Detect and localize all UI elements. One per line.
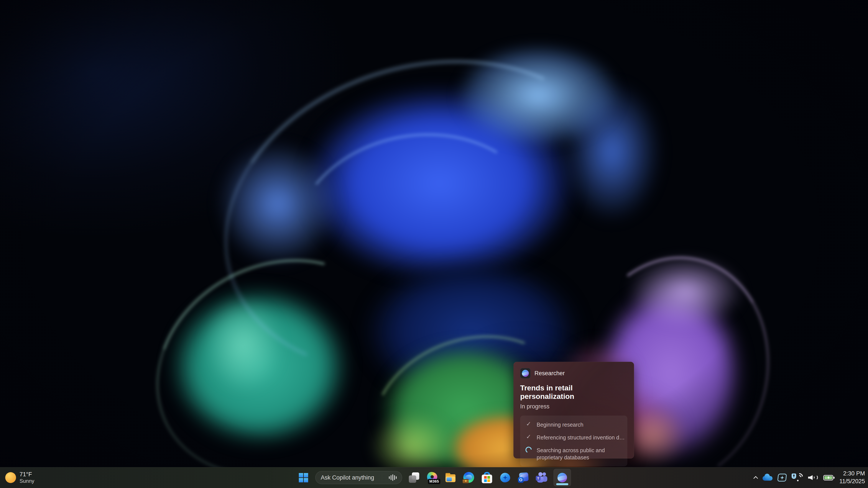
researcher-app-button-active[interactable] [554, 469, 571, 486]
taskbar-center-icons: Ask Copilot anything M365 [297, 467, 571, 488]
researcher-logo-icon [522, 370, 529, 377]
studio-effects-tray-button[interactable] [778, 474, 786, 482]
progress-steps-card: ✓ Beginning research ✓ Referencing struc… [520, 416, 627, 466]
network-tray-button[interactable] [792, 473, 803, 482]
notification-header: Researcher [520, 368, 627, 379]
clock-date: 11/5/2025 [839, 478, 865, 485]
copilot-icon [500, 473, 510, 483]
wifi-secure-icon [792, 473, 803, 482]
search-placeholder-text: Ask Copilot anything [321, 474, 374, 481]
notification-app-name: Researcher [534, 370, 565, 377]
weather-text: 71°F Sunny [20, 471, 34, 484]
ms-logo-square-blue [484, 479, 487, 482]
check-icon: ✓ [525, 421, 532, 427]
onedrive-tray-button[interactable] [763, 474, 773, 481]
ms-logo-square-green [487, 476, 490, 479]
sunny-weather-icon [5, 472, 16, 483]
ms-logo-square-red [484, 476, 487, 479]
progress-step-done: ✓ Referencing structured invention d… [525, 433, 623, 441]
weather-condition: Sunny [20, 478, 34, 484]
m365-copilot-app-button[interactable]: M365 [426, 471, 439, 484]
desktop-wallpaper [0, 0, 868, 488]
voice-input-icon[interactable] [389, 474, 397, 481]
progress-step-active: Searching across public and proprietary … [525, 446, 623, 461]
file-explorer-icon [445, 472, 456, 483]
check-icon: ✓ [525, 433, 532, 440]
microsoft-store-button[interactable] [480, 471, 493, 484]
volume-tray-button[interactable] [808, 474, 818, 482]
teams-letter-badge: T [536, 476, 540, 481]
researcher-app-icon [520, 368, 531, 379]
task-view-button[interactable] [408, 471, 420, 484]
store-bag [482, 475, 492, 483]
spinner-icon [525, 446, 532, 453]
progress-step-done: ✓ Beginning research [525, 421, 623, 428]
outlook-icon: O [518, 472, 529, 483]
copilot-search-box[interactable]: Ask Copilot anything [315, 471, 402, 484]
weather-widget[interactable]: 71°F Sunny [5, 467, 34, 488]
notification-title: Trends in retail personalization [520, 384, 627, 400]
researcher-logo-icon [557, 473, 567, 482]
voice-bar [394, 475, 395, 480]
voice-bar [396, 476, 397, 479]
onedrive-cloud-icon [763, 474, 773, 481]
microsoft-store-icon [482, 472, 492, 483]
windows-logo-pane [299, 473, 303, 477]
battery-tray-button[interactable] [823, 475, 833, 480]
security-shield-icon [792, 474, 796, 479]
copilot-app-button[interactable] [499, 471, 512, 484]
file-explorer-button[interactable] [444, 471, 457, 484]
edge-briefcase-clasp [465, 480, 467, 482]
researcher-notification[interactable]: Researcher Trends in retail personalizat… [514, 362, 634, 458]
teams-icon: T [536, 472, 548, 483]
edge-browser-button[interactable] [462, 471, 475, 484]
weather-temperature: 71°F [20, 471, 34, 478]
clock-time: 2:30 PM [843, 470, 865, 478]
outlook-button[interactable]: O [517, 471, 530, 484]
taskbar-clock[interactable]: 2:30 PM 11/5/2025 [839, 470, 865, 485]
wifi-dot [797, 480, 799, 481]
windows-logo-pane [299, 478, 303, 482]
volume-wave [811, 476, 815, 479]
voice-bar [391, 475, 392, 480]
m365-badge: M365 [428, 479, 440, 484]
step-label: Searching across public and proprietary … [537, 446, 617, 461]
battery-charging-icon [823, 475, 833, 480]
active-app-indicator [556, 483, 568, 485]
folder-pocket [446, 477, 452, 481]
edge-icon [463, 472, 474, 483]
show-hidden-icons-button[interactable] [754, 475, 757, 480]
step-label: Referencing structured invention d… [537, 433, 625, 441]
step-label: Beginning research [537, 421, 583, 428]
windows-logo-icon [299, 473, 308, 482]
windows-logo-pane [304, 473, 308, 477]
volume-icon [808, 474, 818, 482]
ms-logo-square-yellow [487, 479, 490, 482]
outlook-letter-badge: O [518, 477, 524, 483]
task-view-front-square [409, 476, 416, 483]
teams-person-back-head [542, 473, 546, 476]
system-tray: 2:30 PM 11/5/2025 [754, 467, 865, 488]
notification-status: In progress [520, 403, 627, 410]
voice-bar [389, 476, 390, 479]
windows-logo-pane [304, 478, 308, 482]
voice-bar [392, 474, 393, 481]
m365-copilot-icon: M365 [426, 471, 438, 484]
studio-effects-icon [777, 474, 787, 482]
task-view-icon [409, 473, 419, 483]
teams-button[interactable]: T [535, 471, 548, 484]
start-button[interactable] [297, 471, 310, 484]
wallpaper-vignette [0, 0, 868, 488]
chevron-up-icon [753, 476, 758, 481]
sparkle-star-icon [780, 476, 784, 480]
